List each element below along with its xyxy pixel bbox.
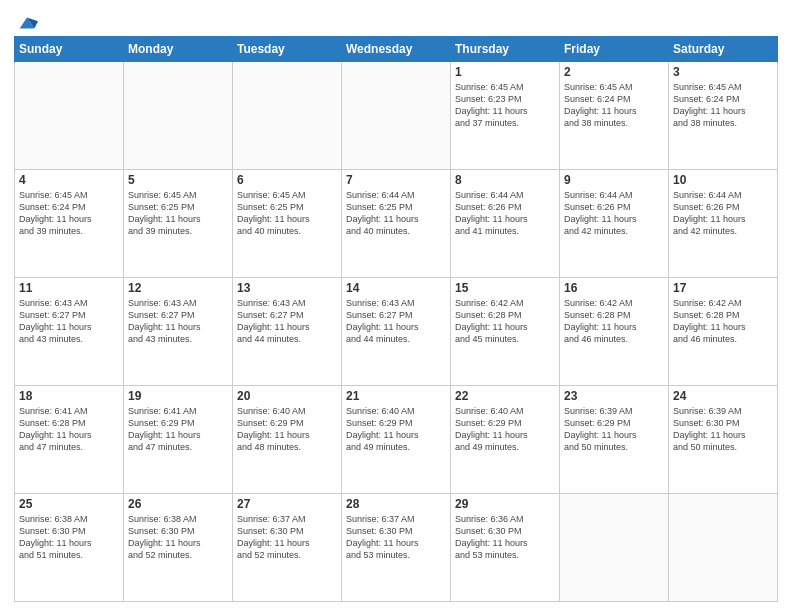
day-number: 22 xyxy=(455,389,555,403)
calendar-cell: 8Sunrise: 6:44 AM Sunset: 6:26 PM Daylig… xyxy=(451,170,560,278)
day-info: Sunrise: 6:38 AM Sunset: 6:30 PM Dayligh… xyxy=(19,513,119,562)
page: SundayMondayTuesdayWednesdayThursdayFrid… xyxy=(0,0,792,612)
day-number: 10 xyxy=(673,173,773,187)
day-info: Sunrise: 6:42 AM Sunset: 6:28 PM Dayligh… xyxy=(673,297,773,346)
day-info: Sunrise: 6:41 AM Sunset: 6:29 PM Dayligh… xyxy=(128,405,228,454)
day-info: Sunrise: 6:40 AM Sunset: 6:29 PM Dayligh… xyxy=(237,405,337,454)
day-number: 27 xyxy=(237,497,337,511)
calendar-cell: 27Sunrise: 6:37 AM Sunset: 6:30 PM Dayli… xyxy=(233,494,342,602)
day-number: 18 xyxy=(19,389,119,403)
day-info: Sunrise: 6:37 AM Sunset: 6:30 PM Dayligh… xyxy=(237,513,337,562)
day-number: 20 xyxy=(237,389,337,403)
day-info: Sunrise: 6:43 AM Sunset: 6:27 PM Dayligh… xyxy=(19,297,119,346)
calendar-cell: 2Sunrise: 6:45 AM Sunset: 6:24 PM Daylig… xyxy=(560,62,669,170)
calendar-cell: 25Sunrise: 6:38 AM Sunset: 6:30 PM Dayli… xyxy=(15,494,124,602)
day-number: 4 xyxy=(19,173,119,187)
day-info: Sunrise: 6:37 AM Sunset: 6:30 PM Dayligh… xyxy=(346,513,446,562)
day-number: 12 xyxy=(128,281,228,295)
calendar-table: SundayMondayTuesdayWednesdayThursdayFrid… xyxy=(14,36,778,602)
day-number: 23 xyxy=(564,389,664,403)
calendar-cell: 16Sunrise: 6:42 AM Sunset: 6:28 PM Dayli… xyxy=(560,278,669,386)
day-info: Sunrise: 6:41 AM Sunset: 6:28 PM Dayligh… xyxy=(19,405,119,454)
calendar-cell: 10Sunrise: 6:44 AM Sunset: 6:26 PM Dayli… xyxy=(669,170,778,278)
col-header-monday: Monday xyxy=(124,37,233,62)
calendar-cell: 5Sunrise: 6:45 AM Sunset: 6:25 PM Daylig… xyxy=(124,170,233,278)
day-number: 13 xyxy=(237,281,337,295)
calendar-cell: 22Sunrise: 6:40 AM Sunset: 6:29 PM Dayli… xyxy=(451,386,560,494)
calendar-cell: 6Sunrise: 6:45 AM Sunset: 6:25 PM Daylig… xyxy=(233,170,342,278)
calendar-cell: 11Sunrise: 6:43 AM Sunset: 6:27 PM Dayli… xyxy=(15,278,124,386)
calendar-cell: 12Sunrise: 6:43 AM Sunset: 6:27 PM Dayli… xyxy=(124,278,233,386)
day-info: Sunrise: 6:40 AM Sunset: 6:29 PM Dayligh… xyxy=(455,405,555,454)
calendar-cell: 29Sunrise: 6:36 AM Sunset: 6:30 PM Dayli… xyxy=(451,494,560,602)
col-header-wednesday: Wednesday xyxy=(342,37,451,62)
day-number: 2 xyxy=(564,65,664,79)
day-number: 5 xyxy=(128,173,228,187)
day-info: Sunrise: 6:39 AM Sunset: 6:29 PM Dayligh… xyxy=(564,405,664,454)
calendar-cell: 13Sunrise: 6:43 AM Sunset: 6:27 PM Dayli… xyxy=(233,278,342,386)
logo xyxy=(14,12,38,28)
day-info: Sunrise: 6:43 AM Sunset: 6:27 PM Dayligh… xyxy=(346,297,446,346)
calendar-week-3: 18Sunrise: 6:41 AM Sunset: 6:28 PM Dayli… xyxy=(15,386,778,494)
calendar-week-2: 11Sunrise: 6:43 AM Sunset: 6:27 PM Dayli… xyxy=(15,278,778,386)
day-info: Sunrise: 6:45 AM Sunset: 6:24 PM Dayligh… xyxy=(564,81,664,130)
calendar-cell xyxy=(124,62,233,170)
day-info: Sunrise: 6:45 AM Sunset: 6:25 PM Dayligh… xyxy=(128,189,228,238)
calendar-cell: 7Sunrise: 6:44 AM Sunset: 6:25 PM Daylig… xyxy=(342,170,451,278)
calendar-cell: 26Sunrise: 6:38 AM Sunset: 6:30 PM Dayli… xyxy=(124,494,233,602)
calendar-cell: 28Sunrise: 6:37 AM Sunset: 6:30 PM Dayli… xyxy=(342,494,451,602)
day-number: 21 xyxy=(346,389,446,403)
calendar-cell: 23Sunrise: 6:39 AM Sunset: 6:29 PM Dayli… xyxy=(560,386,669,494)
col-header-friday: Friday xyxy=(560,37,669,62)
calendar-cell: 4Sunrise: 6:45 AM Sunset: 6:24 PM Daylig… xyxy=(15,170,124,278)
day-number: 19 xyxy=(128,389,228,403)
day-info: Sunrise: 6:44 AM Sunset: 6:25 PM Dayligh… xyxy=(346,189,446,238)
day-info: Sunrise: 6:43 AM Sunset: 6:27 PM Dayligh… xyxy=(128,297,228,346)
calendar-cell: 17Sunrise: 6:42 AM Sunset: 6:28 PM Dayli… xyxy=(669,278,778,386)
calendar-cell: 14Sunrise: 6:43 AM Sunset: 6:27 PM Dayli… xyxy=(342,278,451,386)
day-info: Sunrise: 6:40 AM Sunset: 6:29 PM Dayligh… xyxy=(346,405,446,454)
calendar-cell: 9Sunrise: 6:44 AM Sunset: 6:26 PM Daylig… xyxy=(560,170,669,278)
day-number: 28 xyxy=(346,497,446,511)
day-number: 3 xyxy=(673,65,773,79)
logo-icon xyxy=(16,12,38,34)
day-info: Sunrise: 6:45 AM Sunset: 6:24 PM Dayligh… xyxy=(19,189,119,238)
col-header-thursday: Thursday xyxy=(451,37,560,62)
day-info: Sunrise: 6:45 AM Sunset: 6:23 PM Dayligh… xyxy=(455,81,555,130)
calendar-week-4: 25Sunrise: 6:38 AM Sunset: 6:30 PM Dayli… xyxy=(15,494,778,602)
calendar-cell: 21Sunrise: 6:40 AM Sunset: 6:29 PM Dayli… xyxy=(342,386,451,494)
day-number: 9 xyxy=(564,173,664,187)
day-number: 11 xyxy=(19,281,119,295)
day-info: Sunrise: 6:44 AM Sunset: 6:26 PM Dayligh… xyxy=(564,189,664,238)
day-info: Sunrise: 6:45 AM Sunset: 6:25 PM Dayligh… xyxy=(237,189,337,238)
calendar-cell xyxy=(233,62,342,170)
calendar-week-0: 1Sunrise: 6:45 AM Sunset: 6:23 PM Daylig… xyxy=(15,62,778,170)
calendar-cell xyxy=(560,494,669,602)
day-info: Sunrise: 6:42 AM Sunset: 6:28 PM Dayligh… xyxy=(564,297,664,346)
day-number: 7 xyxy=(346,173,446,187)
day-info: Sunrise: 6:39 AM Sunset: 6:30 PM Dayligh… xyxy=(673,405,773,454)
day-info: Sunrise: 6:36 AM Sunset: 6:30 PM Dayligh… xyxy=(455,513,555,562)
day-number: 15 xyxy=(455,281,555,295)
day-info: Sunrise: 6:38 AM Sunset: 6:30 PM Dayligh… xyxy=(128,513,228,562)
col-header-sunday: Sunday xyxy=(15,37,124,62)
day-number: 24 xyxy=(673,389,773,403)
day-number: 6 xyxy=(237,173,337,187)
calendar-cell xyxy=(342,62,451,170)
calendar-cell: 3Sunrise: 6:45 AM Sunset: 6:24 PM Daylig… xyxy=(669,62,778,170)
calendar-cell xyxy=(15,62,124,170)
top-section xyxy=(14,12,778,28)
calendar-cell: 19Sunrise: 6:41 AM Sunset: 6:29 PM Dayli… xyxy=(124,386,233,494)
day-number: 26 xyxy=(128,497,228,511)
calendar-cell xyxy=(669,494,778,602)
day-number: 25 xyxy=(19,497,119,511)
calendar-cell: 1Sunrise: 6:45 AM Sunset: 6:23 PM Daylig… xyxy=(451,62,560,170)
day-number: 1 xyxy=(455,65,555,79)
calendar-cell: 24Sunrise: 6:39 AM Sunset: 6:30 PM Dayli… xyxy=(669,386,778,494)
col-header-saturday: Saturday xyxy=(669,37,778,62)
calendar-cell: 20Sunrise: 6:40 AM Sunset: 6:29 PM Dayli… xyxy=(233,386,342,494)
day-info: Sunrise: 6:44 AM Sunset: 6:26 PM Dayligh… xyxy=(455,189,555,238)
calendar-cell: 15Sunrise: 6:42 AM Sunset: 6:28 PM Dayli… xyxy=(451,278,560,386)
day-number: 14 xyxy=(346,281,446,295)
day-number: 8 xyxy=(455,173,555,187)
